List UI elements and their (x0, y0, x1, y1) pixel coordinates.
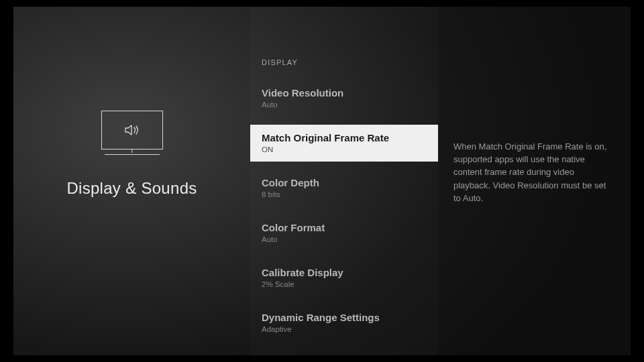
setting-item-value: ON (262, 145, 427, 154)
setting-item-dynamic-range-settings[interactable]: Dynamic Range SettingsAdaptive (250, 304, 438, 341)
section-header: DISPLAY (250, 58, 438, 80)
page-title: Display & Sounds (66, 179, 197, 198)
speaker-icon (123, 123, 141, 137)
left-panel: Display & Sounds (13, 7, 250, 355)
setting-item-title: Video Resolution (262, 87, 427, 99)
setting-item-title: Match Original Frame Rate (262, 132, 427, 143)
setting-item-title: Color Depth (262, 177, 427, 188)
setting-item-value: Auto (262, 101, 427, 109)
setting-item-color-format[interactable]: Color FormatAuto (250, 215, 438, 251)
setting-item-match-original-frame-rate[interactable]: Match Original Frame RateON (250, 125, 438, 162)
setting-item-video-resolution[interactable]: Video ResolutionAuto (250, 80, 438, 117)
setting-description: When Match Original Frame Rate is on, su… (453, 140, 608, 204)
display-sounds-icon (101, 111, 163, 149)
setting-item-title: Color Format (262, 222, 427, 233)
setting-item-color-depth[interactable]: Color Depth8 bits (250, 170, 438, 206)
settings-list: DISPLAY Video ResolutionAutoMatch Origin… (250, 7, 438, 355)
setting-item-value: Auto (262, 235, 427, 243)
setting-item-value: Adaptive (262, 325, 427, 333)
setting-item-value: 8 bits (262, 190, 427, 198)
setting-item-value: 2% Scale (262, 280, 427, 288)
description-panel: When Match Original Frame Rate is on, su… (438, 7, 631, 355)
setting-item-title: Calibrate Display (262, 267, 427, 278)
setting-item-calibrate-display[interactable]: Calibrate Display2% Scale (250, 259, 438, 296)
setting-item-title: Dynamic Range Settings (262, 312, 427, 323)
settings-screen: Display & Sounds DISPLAY Video Resolutio… (13, 7, 631, 355)
